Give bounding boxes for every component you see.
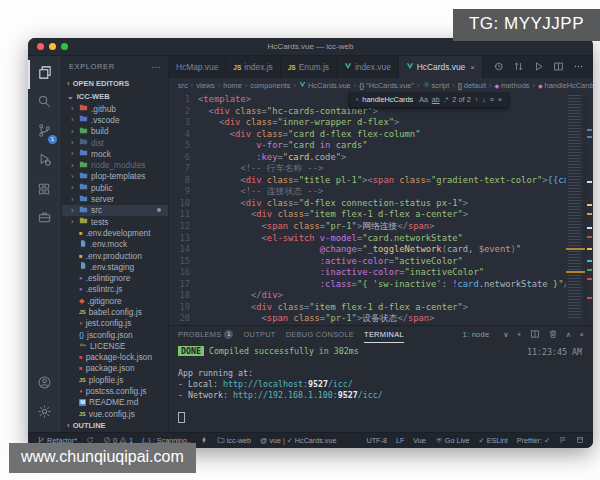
tree-item[interactable]: ›mock: [62, 148, 168, 159]
tree-item[interactable]: JSplopfile.js: [62, 374, 168, 385]
expand-find-icon[interactable]: ›: [356, 96, 358, 103]
open-editors-section[interactable]: › OPEN EDITORS: [62, 77, 168, 90]
panel-tab-problems[interactable]: PROBLEMS1: [178, 326, 233, 343]
find-input[interactable]: handleHcCards: [362, 95, 413, 104]
tree-item[interactable]: ›public: [62, 182, 168, 193]
tree-item[interactable]: .env.staging: [62, 261, 168, 272]
breadcrumb-item[interactable]: components: [250, 81, 290, 90]
find-results-count: 2 of 2: [452, 95, 471, 104]
tree-item[interactable]: ›.github: [62, 103, 168, 114]
close-panel-icon[interactable]: ×: [579, 330, 584, 339]
tab-HcCards.vue[interactable]: HcCards.vue×: [399, 56, 483, 78]
maximize-panel-icon[interactable]: ∧: [566, 330, 572, 339]
tree-item[interactable]: ◆.gitignore: [62, 295, 168, 306]
minimap[interactable]: [566, 92, 585, 325]
editor-action-compare-icon[interactable]: [513, 61, 524, 74]
match-case-icon[interactable]: Aa: [419, 96, 428, 103]
breadcrumb-item[interactable]: []default: [458, 81, 486, 90]
activity-item-run-and-debug[interactable]: [28, 147, 61, 176]
status-item-project[interactable]: icc-web: [217, 436, 251, 446]
breadcrumb-item[interactable]: {}"HcCards.vue": [359, 81, 414, 90]
activity-item-workspace-tools[interactable]: [28, 205, 61, 234]
status-item-eslint[interactable]: ✓ ESLint: [479, 436, 508, 445]
tree-item[interactable]: ●.eslintignore: [62, 272, 168, 283]
explorer-more-actions-icon[interactable]: ⋯: [151, 62, 161, 72]
breadcrumb-item[interactable]: views: [196, 81, 214, 90]
status-item-feedback[interactable]: [559, 436, 567, 446]
tree-item[interactable]: ■package.json: [62, 363, 168, 374]
activity-item-extensions[interactable]: [28, 176, 61, 205]
tree-item[interactable]: {}jsconfig.json: [62, 329, 168, 340]
breadcrumb-item[interactable]: script: [423, 81, 450, 90]
status-item-encoding[interactable]: UTF-8: [367, 436, 387, 445]
find-in-selection-icon[interactable]: ≡: [490, 96, 494, 103]
tab-index.js[interactable]: JSindex.js: [226, 56, 280, 78]
breadcrumb-item[interactable]: HcCards.vue: [299, 81, 351, 90]
tree-item[interactable]: ■package-lock.json: [62, 352, 168, 363]
editor-action-split-icon[interactable]: [553, 61, 564, 74]
status-item-language[interactable]: Vue: [413, 436, 426, 445]
next-match-icon[interactable]: ↓: [482, 96, 486, 103]
tree-item[interactable]: ›plop-templates: [62, 171, 168, 182]
split-terminal-icon[interactable]: [530, 329, 540, 341]
panel-tab-debug-console[interactable]: DEBUG CONSOLE: [286, 326, 354, 343]
status-item-lightning[interactable]: [200, 436, 208, 446]
outline-section[interactable]: › OUTLINE: [62, 419, 168, 432]
tree-item[interactable]: ●postcss.config.js: [62, 385, 168, 396]
new-terminal-icon[interactable]: +: [517, 330, 522, 339]
breadcrumb-item[interactable]: ◆methods: [494, 81, 529, 90]
project-section[interactable]: ⌄ ICC-WEB: [62, 90, 168, 103]
panel-tab-terminal[interactable]: TERMINAL: [364, 326, 404, 343]
tab-Enum.js[interactable]: JSEnum.js: [281, 56, 337, 78]
terminal-output[interactable]: 11:23:45 AM DONE Compiled successfully i…: [169, 343, 593, 432]
breadcrumb-item[interactable]: ◆handleHcCards: [538, 81, 593, 90]
tree-item[interactable]: ›server: [62, 193, 168, 204]
status-item-notifications[interactable]: [576, 436, 584, 446]
tree-item[interactable]: JSvue.config.js: [62, 408, 168, 419]
code-editor[interactable]: 1<template>2 <div class="hc-cards-contai…: [169, 92, 566, 325]
maximize-window-button[interactable]: [61, 43, 68, 50]
status-item-go-live[interactable]: Go Live: [435, 436, 470, 446]
tree-item[interactable]: LICENSE: [62, 340, 168, 351]
status-item-vetur[interactable]: @ vue | ✓ HcCards.vue: [260, 436, 336, 445]
activity-item-accounts[interactable]: [28, 370, 61, 399]
close-window-button[interactable]: [37, 43, 44, 50]
editor-action-run-icon[interactable]: [533, 61, 544, 74]
panel-tab-output[interactable]: OUTPUT: [243, 326, 275, 343]
activity-item-source-control[interactable]: 1: [28, 118, 61, 147]
minimize-window-button[interactable]: [49, 43, 56, 50]
editor-action-more-icon[interactable]: [573, 61, 584, 74]
status-item-prettier[interactable]: Prettier: ✓: [517, 436, 550, 445]
tab-index.vue[interactable]: index.vue: [337, 56, 399, 78]
whole-word-icon[interactable]: ab: [432, 96, 440, 103]
tree-item[interactable]: ›dist: [62, 137, 168, 148]
tree-item[interactable]: ›build: [62, 126, 168, 137]
editor-action-history-icon[interactable]: [493, 61, 504, 74]
tree-item[interactable]: JSbabel.config.js: [62, 306, 168, 317]
tree-item[interactable]: ■.env.production: [62, 250, 168, 261]
activity-item-settings[interactable]: [28, 399, 61, 428]
tree-item[interactable]: .env.mock: [62, 239, 168, 250]
tree-item[interactable]: ›.vscode: [62, 114, 168, 125]
activity-item-explorer[interactable]: [28, 60, 61, 89]
tab-HcMap.vue[interactable]: HcMap.vue: [169, 56, 226, 78]
kill-terminal-icon[interactable]: [548, 329, 558, 341]
terminal-shell-select[interactable]: 1: node ∨: [463, 330, 509, 339]
tree-item[interactable]: ■.env.development: [62, 227, 168, 238]
activity-item-search[interactable]: [28, 89, 61, 118]
tree-item[interactable]: ●.eslintrc.js: [62, 284, 168, 295]
breadcrumb-item[interactable]: home: [223, 81, 242, 90]
tree-item[interactable]: MREADME.md: [62, 397, 168, 408]
tree-item[interactable]: ●jest.config.js: [62, 318, 168, 329]
close-tab-icon[interactable]: ×: [470, 63, 475, 72]
tree-item[interactable]: ›tests: [62, 216, 168, 227]
tree-item[interactable]: ›node_modules: [62, 159, 168, 170]
breadcrumb-item[interactable]: src: [178, 81, 188, 90]
code-line-content: <span class="pr-1">设备状态</span>: [198, 313, 434, 325]
tree-item-label: vue.config.js: [89, 409, 135, 419]
tree-item[interactable]: ›src: [62, 205, 168, 216]
status-item-eol[interactable]: LF: [396, 436, 404, 445]
regex-icon[interactable]: .*: [444, 96, 449, 103]
close-find-icon[interactable]: ×: [498, 96, 502, 103]
previous-match-icon[interactable]: ↑: [475, 96, 479, 103]
